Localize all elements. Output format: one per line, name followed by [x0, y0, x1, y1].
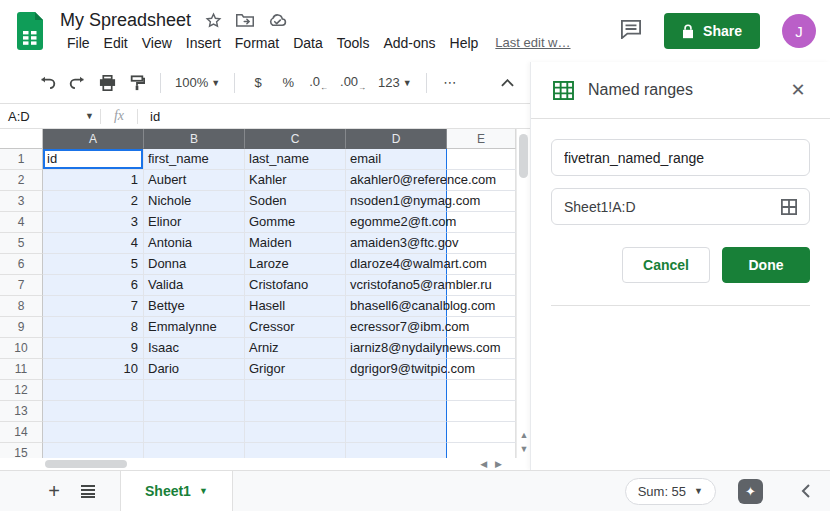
menu-item-insert[interactable]: Insert	[179, 33, 228, 53]
zoom-select[interactable]: 100% ▼	[171, 70, 224, 96]
more-toolbar-button[interactable]: ⋯	[437, 70, 463, 96]
select-all-corner[interactable]	[0, 129, 43, 149]
row-header-1[interactable]: 1	[0, 149, 43, 170]
cell-C8[interactable]: Hasell	[245, 296, 346, 317]
cell-A15[interactable]	[43, 443, 144, 458]
cell-D8[interactable]: bhasell6@canalblog.com	[346, 296, 447, 317]
cell-C3[interactable]: Soden	[245, 191, 346, 212]
cell-B1[interactable]: first_name	[144, 149, 245, 170]
paint-format-button[interactable]	[124, 70, 150, 96]
cell-B9[interactable]: Emmalynne	[144, 317, 245, 338]
cell-D15[interactable]	[346, 443, 447, 458]
row-header-5[interactable]: 5	[0, 233, 43, 254]
cell-C1[interactable]: last_name	[245, 149, 346, 170]
row-header-12[interactable]: 12	[0, 380, 43, 401]
cell-B13[interactable]	[144, 401, 245, 422]
cell-E13[interactable]	[447, 401, 516, 422]
row-header-14[interactable]: 14	[0, 422, 43, 443]
cell-A4[interactable]: 3	[43, 212, 144, 233]
move-folder-icon[interactable]	[236, 12, 254, 28]
sheets-logo-icon[interactable]	[16, 12, 44, 50]
row-header-15[interactable]: 15	[0, 443, 43, 458]
menu-item-format[interactable]: Format	[228, 33, 286, 53]
cell-A6[interactable]: 5	[43, 254, 144, 275]
cell-D2[interactable]: akahler0@reference.com	[346, 170, 447, 191]
cancel-button[interactable]: Cancel	[622, 247, 710, 283]
add-sheet-button[interactable]: +	[40, 480, 68, 503]
horizontal-scrollbar[interactable]: ◀ ▶	[0, 458, 530, 470]
cell-C6[interactable]: Laroze	[245, 254, 346, 275]
avatar[interactable]: J	[782, 14, 816, 48]
scroll-left-button[interactable]: ◀	[480, 458, 487, 470]
cell-C7[interactable]: Cristofano	[245, 275, 346, 296]
column-header-b[interactable]: B	[144, 129, 245, 149]
column-header-d[interactable]: D	[346, 129, 447, 149]
collapse-toolbar-button[interactable]	[494, 70, 520, 96]
cell-A2[interactable]: 1	[43, 170, 144, 191]
print-button[interactable]	[94, 70, 120, 96]
cell-D11[interactable]: dgrigor9@twitpic.com	[346, 359, 447, 380]
column-header-e[interactable]: E	[447, 129, 516, 149]
last-edit-link[interactable]: Last edit w…	[495, 35, 570, 50]
cell-C4[interactable]: Gomme	[245, 212, 346, 233]
row-header-2[interactable]: 2	[0, 170, 43, 191]
scroll-right-button[interactable]: ▶	[495, 458, 502, 470]
cell-A10[interactable]: 9	[43, 338, 144, 359]
cell-D10[interactable]: iarniz8@nydailynews.com	[346, 338, 447, 359]
cell-A1[interactable]: id	[43, 149, 144, 170]
cell-B6[interactable]: Donna	[144, 254, 245, 275]
cell-E12[interactable]	[447, 380, 516, 401]
cell-C12[interactable]	[245, 380, 346, 401]
cell-A14[interactable]	[43, 422, 144, 443]
menu-item-file[interactable]: File	[60, 33, 97, 53]
cell-C5[interactable]: Maiden	[245, 233, 346, 254]
cloud-status-icon[interactable]	[268, 13, 287, 28]
cell-B3[interactable]: Nichole	[144, 191, 245, 212]
redo-button[interactable]	[64, 70, 90, 96]
cell-D7[interactable]: vcristofano5@rambler.ru	[346, 275, 447, 296]
range-name-input[interactable]	[551, 139, 810, 176]
sheet-tab-sheet1[interactable]: Sheet1 ▼	[120, 471, 233, 511]
menu-item-edit[interactable]: Edit	[97, 33, 135, 53]
row-header-3[interactable]: 3	[0, 191, 43, 212]
sum-badge[interactable]: Sum: 55 ▼	[625, 478, 716, 505]
cell-B10[interactable]: Isaac	[144, 338, 245, 359]
formula-input[interactable]: id	[138, 109, 160, 124]
row-header-13[interactable]: 13	[0, 401, 43, 422]
vertical-scrollbar[interactable]: ▲ ▼	[516, 129, 530, 458]
cell-B8[interactable]: Bettye	[144, 296, 245, 317]
row-header-8[interactable]: 8	[0, 296, 43, 317]
cell-E14[interactable]	[447, 422, 516, 443]
row-header-6[interactable]: 6	[0, 254, 43, 275]
cell-D5[interactable]: amaiden3@ftc.gov	[346, 233, 447, 254]
cell-A3[interactable]: 2	[43, 191, 144, 212]
cell-D12[interactable]	[346, 380, 447, 401]
cell-A13[interactable]	[43, 401, 144, 422]
cell-E15[interactable]	[447, 443, 516, 458]
cell-B7[interactable]: Valida	[144, 275, 245, 296]
menu-item-addons[interactable]: Add-ons	[376, 33, 442, 53]
column-header-a[interactable]: A	[43, 129, 144, 149]
cell-D14[interactable]	[346, 422, 447, 443]
vscroll-thumb[interactable]	[519, 134, 528, 178]
cell-B11[interactable]: Dario	[144, 359, 245, 380]
hscroll-thumb[interactable]	[45, 460, 127, 468]
cell-D3[interactable]: nsoden1@nymag.com	[346, 191, 447, 212]
cell-E1[interactable]	[447, 149, 516, 170]
cell-B15[interactable]	[144, 443, 245, 458]
number-format-button[interactable]: 123 ▼	[374, 70, 416, 96]
row-header-7[interactable]: 7	[0, 275, 43, 296]
share-button[interactable]: Share	[664, 13, 760, 49]
done-button[interactable]: Done	[722, 247, 810, 283]
cell-B12[interactable]	[144, 380, 245, 401]
row-header-10[interactable]: 10	[0, 338, 43, 359]
cell-D4[interactable]: egomme2@ft.com	[346, 212, 447, 233]
cell-B4[interactable]: Elinor	[144, 212, 245, 233]
explore-button[interactable]: ✦	[738, 479, 763, 504]
cell-C11[interactable]: Grigor	[245, 359, 346, 380]
row-header-4[interactable]: 4	[0, 212, 43, 233]
column-header-c[interactable]: C	[245, 129, 346, 149]
cell-A11[interactable]: 10	[43, 359, 144, 380]
row-header-11[interactable]: 11	[0, 359, 43, 380]
cell-C13[interactable]	[245, 401, 346, 422]
